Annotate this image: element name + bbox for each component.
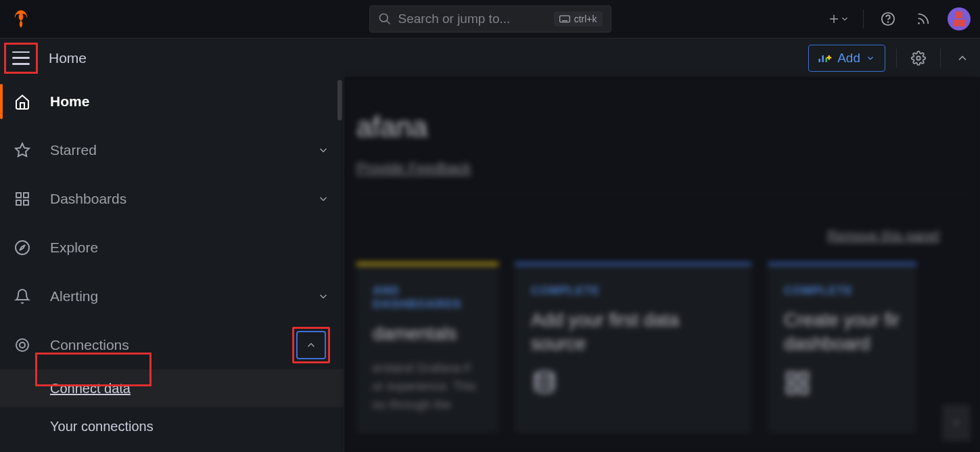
- card-status: COMPLETE: [784, 284, 900, 298]
- breadcrumb-home[interactable]: Home: [49, 50, 87, 66]
- sidebar-item-starred[interactable]: Starred: [0, 126, 344, 175]
- plus-icon: [828, 13, 840, 25]
- sidebar-item-label: Connections: [50, 337, 275, 353]
- page-title: afana: [356, 111, 980, 143]
- compass-icon: [14, 240, 30, 256]
- sidebar-item-dashboards[interactable]: Dashboards: [0, 175, 344, 223]
- search-icon: [378, 12, 392, 26]
- svg-rect-25: [787, 373, 795, 381]
- bell-icon: [14, 288, 30, 304]
- collapse-button[interactable]: [952, 47, 973, 69]
- svg-rect-28: [799, 386, 808, 394]
- connections-chevron-highlight: [292, 327, 330, 363]
- add-label: Add: [837, 51, 860, 66]
- svg-rect-26: [799, 373, 808, 381]
- sidebar-subitem-connect-data[interactable]: Connect data: [0, 369, 344, 407]
- rss-icon: [916, 12, 931, 26]
- search-input[interactable]: Search or jump to... ctrl+k: [369, 5, 611, 32]
- svg-point-7: [888, 22, 889, 22]
- shortcut-chip: ctrl+k: [554, 12, 603, 26]
- hamburger-icon: [12, 51, 30, 65]
- grid-icon: [14, 191, 30, 207]
- shortcut-text: ctrl+k: [574, 14, 597, 24]
- svg-point-8: [918, 22, 920, 24]
- home-icon: [14, 93, 30, 110]
- sidebar-item-label: Starred: [50, 142, 298, 158]
- chevron-up-icon: [956, 51, 969, 65]
- gear-icon: [911, 51, 926, 66]
- chevron-down-icon: [317, 290, 329, 302]
- svg-rect-16: [16, 193, 21, 198]
- grafana-logo-icon[interactable]: [9, 7, 32, 30]
- svg-rect-27: [787, 386, 795, 394]
- chevron-up-icon: [305, 339, 317, 351]
- chevron-down-icon: [866, 53, 875, 63]
- news-button[interactable]: [912, 8, 934, 30]
- keyboard-icon: [559, 15, 570, 23]
- divider: [896, 49, 897, 68]
- svg-marker-15: [16, 143, 29, 156]
- sidebar: Home Starred Dashboards Explore Alerting…: [0, 77, 344, 452]
- tutorial-card-3[interactable]: COMPLETE Create your fir dashboard: [768, 263, 916, 433]
- database-icon: [531, 369, 735, 399]
- chevron-down-icon: [840, 14, 849, 24]
- sidebar-scrollbar[interactable]: [337, 77, 344, 452]
- card-status: AND DASHBOARDS: [373, 284, 482, 311]
- star-icon: [14, 142, 30, 158]
- svg-point-23: [20, 342, 25, 348]
- add-button[interactable]: Add: [808, 45, 885, 72]
- card-status: COMPLETE: [531, 284, 735, 298]
- sidebar-item-label: Dashboards: [50, 191, 298, 207]
- menu-toggle-button[interactable]: [4, 43, 38, 74]
- divider: [356, 194, 972, 194]
- main-content: afana Provide Feedback Remove this panel…: [344, 77, 980, 452]
- remove-panel-link[interactable]: Remove this panel: [356, 228, 980, 244]
- connections-collapse-button[interactable]: [296, 331, 326, 359]
- chevron-down-icon: [317, 144, 329, 156]
- sidebar-item-label: Explore: [50, 240, 331, 256]
- sidebar-item-home[interactable]: Home: [0, 77, 344, 126]
- sidebar-item-label: Alerting: [50, 288, 298, 304]
- card-title: Add your first data source: [531, 309, 735, 356]
- svg-rect-18: [16, 200, 21, 205]
- sidebar-item-alerting[interactable]: Alerting: [0, 272, 344, 321]
- tutorial-card-2[interactable]: COMPLETE Add your first data source: [515, 263, 751, 433]
- help-button[interactable]: [877, 8, 899, 30]
- scroll-right-button[interactable]: [942, 405, 971, 441]
- svg-point-14: [916, 56, 920, 60]
- search-placeholder: Search or jump to...: [398, 12, 547, 26]
- svg-point-20: [16, 241, 29, 254]
- card-desc: erstand Grafana if or experience. This o…: [373, 359, 482, 414]
- panel-add-icon: [818, 53, 832, 64]
- settings-button[interactable]: [908, 47, 929, 69]
- sidebar-subitem-label: Connect data: [50, 381, 131, 397]
- svg-rect-17: [24, 193, 28, 198]
- svg-point-22: [16, 339, 28, 351]
- help-icon: [881, 12, 895, 26]
- tutorial-card-1[interactable]: AND DASHBOARDS damentals erstand Grafana…: [356, 263, 498, 433]
- card-title: damentals: [373, 322, 482, 346]
- sidebar-subitem-your-connections[interactable]: Your connections: [0, 407, 344, 445]
- svg-rect-19: [24, 200, 28, 205]
- sidebar-item-label: Home: [50, 93, 331, 110]
- chevron-down-icon: [317, 193, 329, 205]
- add-menu-button[interactable]: [828, 8, 849, 30]
- user-avatar[interactable]: [948, 7, 971, 30]
- svg-marker-21: [20, 245, 25, 250]
- svg-point-24: [536, 372, 554, 379]
- divider: [940, 49, 941, 68]
- sidebar-subitem-label: Your connections: [50, 419, 154, 434]
- sidebar-item-connections[interactable]: Connections: [0, 321, 344, 369]
- card-title: Create your fir dashboard: [784, 309, 900, 356]
- sidebar-item-explore[interactable]: Explore: [0, 223, 344, 272]
- chevron-right-icon: [952, 418, 961, 428]
- connections-icon: [14, 337, 30, 353]
- grid-icon: [784, 369, 900, 399]
- feedback-link[interactable]: Provide Feedback: [356, 160, 980, 176]
- divider: [863, 9, 864, 28]
- svg-line-1: [386, 21, 390, 24]
- svg-point-0: [379, 14, 388, 22]
